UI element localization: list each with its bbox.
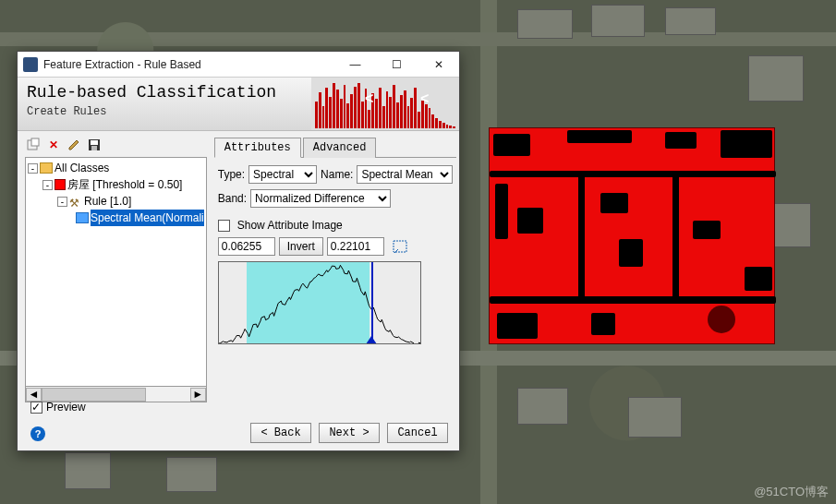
watermark: @51CTO博客	[754, 484, 829, 500]
collapse-icon[interactable]: -	[28, 163, 38, 174]
dialog-window: Feature Extraction - Rule Based — ☐ ✕ Ru…	[17, 51, 460, 451]
tree-label: 房屋 [Threshold = 0.50]	[67, 176, 182, 193]
edit-icon[interactable]	[66, 137, 82, 153]
back-button[interactable]: < Back	[250, 423, 311, 443]
dialog-header: Rule-based Classification Create Rules <…	[18, 78, 459, 131]
tab-attributes[interactable]: Attributes	[214, 138, 301, 158]
header-histogram: < <	[311, 78, 459, 130]
delete-icon[interactable]: ✕	[45, 137, 62, 153]
class-tree[interactable]: -All Classes -房屋 [Threshold = 0.50] -⚒Ru…	[25, 157, 207, 387]
tree-toolbar: ✕	[25, 137, 207, 153]
svg-rect-4	[91, 146, 97, 150]
page-subtitle: Create Rules	[27, 105, 302, 118]
tree-attribute[interactable]: Spectral Mean(Normali	[28, 210, 204, 226]
rule-icon: ⚒	[69, 195, 82, 208]
attributes-panel: Type: Spectral Name: Spectral Mean Band:…	[214, 158, 457, 352]
max-input[interactable]	[327, 237, 384, 256]
minimize-button[interactable]: —	[334, 52, 376, 78]
svg-rect-5	[394, 241, 406, 252]
tree-label-selected: Spectral Mean(Normali	[91, 210, 204, 226]
histogram-chart[interactable]	[218, 261, 421, 344]
tree-label: All Classes	[55, 160, 109, 176]
app-icon	[23, 57, 38, 72]
tab-advanced[interactable]: Advanced	[303, 138, 377, 158]
tree-root[interactable]: -All Classes	[28, 160, 204, 176]
tree-label: Rule [1.0]	[84, 193, 131, 210]
tree-class[interactable]: -房屋 [Threshold = 0.50]	[28, 176, 204, 193]
histogram-curve	[219, 262, 421, 344]
scroll-thumb[interactable]	[42, 388, 146, 402]
type-select[interactable]: Spectral	[248, 165, 317, 184]
scroll-left-icon[interactable]: ◄	[26, 388, 42, 402]
preview-checkbox[interactable]	[30, 402, 42, 414]
range-max-line[interactable]	[371, 262, 373, 343]
maximize-button[interactable]: ☐	[376, 52, 418, 78]
tree-rule[interactable]: -⚒Rule [1.0]	[28, 193, 204, 210]
classification-overlay	[489, 127, 775, 344]
folder-icon	[40, 162, 53, 174]
scroll-right-icon[interactable]: ►	[190, 388, 206, 402]
name-select[interactable]: Spectral Mean	[357, 165, 453, 184]
tab-bar: Attributes Advanced	[214, 137, 457, 158]
band-select[interactable]: Normalized Difference	[250, 189, 391, 208]
help-icon[interactable]: ?	[30, 426, 45, 441]
show-attr-checkbox[interactable]	[218, 220, 230, 232]
title-bar[interactable]: Feature Extraction - Rule Based — ☐ ✕	[18, 52, 459, 78]
preview-checkbox-row[interactable]: Preview	[30, 401, 86, 414]
new-class-icon[interactable]	[25, 137, 42, 153]
range-max-handle[interactable]	[366, 336, 377, 344]
svg-rect-3	[91, 140, 98, 145]
invert-button[interactable]: Invert	[279, 237, 323, 256]
name-label: Name:	[321, 168, 353, 181]
cancel-button[interactable]: Cancel	[387, 423, 448, 443]
preview-label: Preview	[46, 401, 86, 414]
svg-rect-1	[31, 138, 39, 146]
collapse-icon[interactable]: -	[57, 197, 67, 207]
select-range-icon[interactable]	[392, 238, 408, 255]
min-input[interactable]	[218, 237, 275, 256]
next-button[interactable]: Next >	[319, 423, 380, 443]
attribute-icon	[76, 212, 89, 223]
page-title: Rule-based Classification	[27, 83, 302, 102]
class-color-icon	[55, 179, 66, 190]
collapse-icon[interactable]: -	[42, 180, 53, 190]
less-than-icon: <	[420, 90, 429, 107]
show-attr-label: Show Attribute Image	[237, 219, 343, 232]
less-than-icon: <	[365, 90, 373, 107]
scroll-track[interactable]	[42, 388, 190, 402]
window-title: Feature Extraction - Rule Based	[43, 58, 334, 71]
type-label: Type:	[218, 168, 245, 181]
save-icon[interactable]	[86, 137, 103, 153]
band-label: Band:	[218, 192, 247, 205]
close-button[interactable]: ✕	[418, 52, 459, 78]
